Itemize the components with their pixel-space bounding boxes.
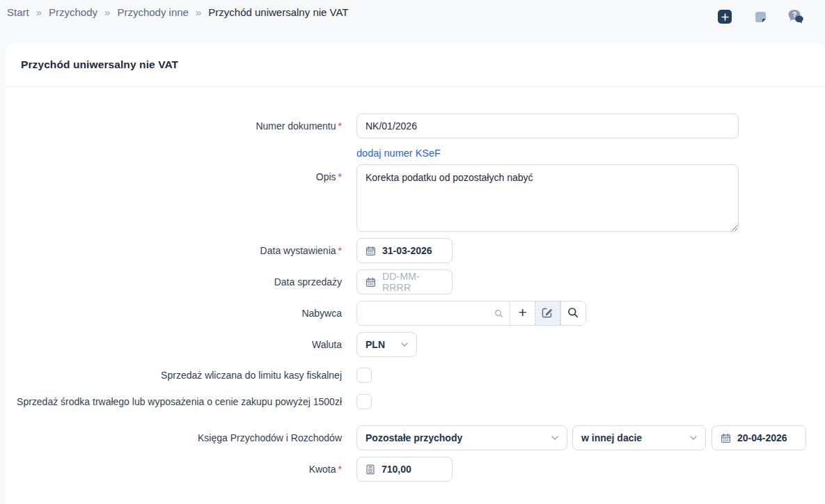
calendar-icon xyxy=(721,433,731,443)
opis-textarea[interactable]: Korekta podatku od pozostałych nabyć xyxy=(356,164,739,232)
row-opis: Opis* Korekta podatku od pozostałych nab… xyxy=(6,164,825,232)
nabywca-input[interactable] xyxy=(357,301,510,325)
waluta-select[interactable]: PLN xyxy=(356,332,417,357)
srodek-trwaly-checkbox[interactable] xyxy=(356,394,372,409)
breadcrumb-przychody[interactable]: Przychody xyxy=(49,6,97,18)
plus-icon xyxy=(718,10,732,24)
limit-kasy-checkbox[interactable] xyxy=(356,368,372,383)
data-wystawienia-label: Data wystawienia* xyxy=(6,238,342,263)
label-text: Data sprzedaży xyxy=(274,276,342,288)
kwota-label: Kwota* xyxy=(6,457,342,482)
plus-icon: + xyxy=(518,304,526,321)
kwota-value: 710,00 xyxy=(382,464,411,475)
calculator-icon xyxy=(366,464,375,475)
calendar-icon xyxy=(366,277,376,288)
search-icon xyxy=(567,307,579,320)
label-text: Numer dokumentu xyxy=(256,120,336,132)
kpir-date-value: 20-04-2026 xyxy=(737,432,787,443)
kpir-kolumna-value: Pozostałe przychody xyxy=(366,432,462,443)
search-contractor-button[interactable] xyxy=(560,301,586,325)
data-sprzedazy-placeholder: DD-MM-RRRR xyxy=(382,271,443,293)
opis-label: Opis* xyxy=(6,164,342,189)
label-text: Sprzedaż wliczana do limitu kasy fiskaln… xyxy=(161,370,342,381)
row-nabywca: Nabywca + xyxy=(6,301,825,326)
waluta-value: PLN xyxy=(366,339,385,350)
row-limit-kasy: Sprzedaż wliczana do limitu kasy fiskaln… xyxy=(6,368,825,383)
income-form: Numer dokumentu* dodaj numer KSeF Opis* … xyxy=(6,87,825,482)
label-text: Nabywca xyxy=(301,308,342,319)
breadcrumb-current-page: Przychód uniwersalny nie VAT xyxy=(208,6,348,18)
breadcrumb: Start » Przychody » Przychody inne » Prz… xyxy=(7,6,349,18)
nabywca-lookup-group: + xyxy=(356,301,586,326)
label-text: Opis xyxy=(316,171,336,182)
ksef-link[interactable]: dodaj numer KSeF xyxy=(356,148,441,159)
topbar-actions: ? xyxy=(716,6,817,25)
required-marker: * xyxy=(338,171,342,182)
numer-dokumentu-label: Numer dokumentu* xyxy=(6,113,342,139)
add-contractor-button[interactable]: + xyxy=(510,301,535,325)
calendar-icon xyxy=(366,246,376,256)
nabywca-input-wrap xyxy=(357,301,510,325)
chevron-down-icon xyxy=(401,342,408,347)
chevron-down-icon xyxy=(551,436,558,440)
kpir-tryb-select[interactable]: w innej dacie xyxy=(572,425,706,450)
row-waluta: Waluta PLN xyxy=(6,332,825,357)
row-srodek-trwaly: Sprzedaż środka trwałego lub wyposażenia… xyxy=(6,394,825,409)
notes-icon[interactable] xyxy=(752,8,769,25)
numer-dokumentu-input[interactable] xyxy=(356,113,739,139)
breadcrumb-start[interactable]: Start xyxy=(7,6,29,18)
nabywca-label: Nabywca xyxy=(6,301,342,326)
breadcrumb-separator: » xyxy=(196,6,201,18)
top-bar: Start » Przychody » Przychody inne » Prz… xyxy=(0,0,825,43)
data-wystawienia-value: 31-03-2026 xyxy=(382,245,432,256)
row-kwota: Kwota* 710,00 xyxy=(6,457,825,482)
kwota-input[interactable]: 710,00 xyxy=(356,457,453,482)
label-text: Sprzedaż środka trwałego lub wyposażenia… xyxy=(17,396,342,407)
page-title: Przychód uniwersalny nie VAT xyxy=(21,58,178,71)
kpir-tryb-value: w innej dacie xyxy=(581,432,642,443)
help-icon[interactable]: ? xyxy=(787,8,804,25)
add-note-icon[interactable] xyxy=(716,8,733,25)
row-numer-dokumentu: Numer dokumentu* xyxy=(6,113,825,139)
breadcrumb-separator: » xyxy=(36,6,42,18)
label-text: Waluta xyxy=(312,339,342,350)
breadcrumb-przychody-inne[interactable]: Przychody inne xyxy=(117,6,189,18)
srodek-trwaly-label: Sprzedaż środka trwałego lub wyposażenia… xyxy=(6,395,342,409)
required-marker: * xyxy=(338,464,342,475)
required-marker: * xyxy=(338,245,342,256)
data-wystawienia-input[interactable]: 31-03-2026 xyxy=(356,238,453,263)
kpir-date-input[interactable]: 20-04-2026 xyxy=(712,425,806,450)
edit-contractor-button[interactable] xyxy=(535,301,560,325)
row-data-wystawienia: Data wystawienia* 31-03-2026 xyxy=(6,238,825,263)
card-header: Przychód uniwersalny nie VAT xyxy=(6,43,825,87)
content-card: Przychód uniwersalny nie VAT Numer dokum… xyxy=(6,43,825,504)
data-sprzedazy-label: Data sprzedaży xyxy=(6,269,342,294)
row-data-sprzedazy: Data sprzedaży DD-MM-RRRR xyxy=(6,269,825,294)
label-text: Kwota xyxy=(309,464,336,475)
kpir-label: Księga Przychodów i Rozchodów xyxy=(6,425,342,450)
data-sprzedazy-input[interactable]: DD-MM-RRRR xyxy=(356,269,453,294)
kpir-kolumna-select[interactable]: Pozostałe przychody xyxy=(356,425,567,450)
breadcrumb-separator: » xyxy=(104,6,110,18)
limit-kasy-label: Sprzedaż wliczana do limitu kasy fiskaln… xyxy=(6,368,342,383)
label-text: Data wystawienia xyxy=(260,245,336,256)
label-text: Księga Przychodów i Rozchodów xyxy=(198,432,342,443)
search-icon xyxy=(494,309,503,318)
row-ksef-link: dodaj numer KSeF xyxy=(356,147,825,159)
waluta-label: Waluta xyxy=(6,332,342,357)
chevron-down-icon xyxy=(690,436,697,440)
row-kpir: Księga Przychodów i Rozchodów Pozostałe … xyxy=(6,425,825,450)
edit-icon xyxy=(542,307,553,320)
required-marker: * xyxy=(338,120,342,132)
